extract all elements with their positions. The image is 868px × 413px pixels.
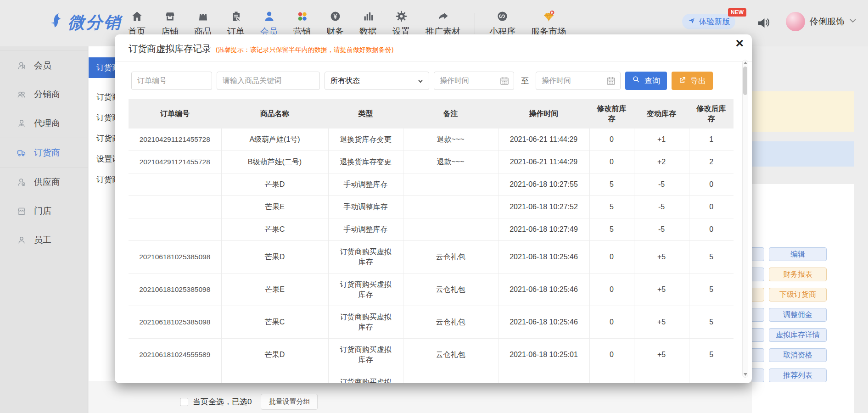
table-row-7: 202106181025385098芒果C订货商购买虚拟库存云仓礼包2021-0…	[129, 306, 734, 339]
rocket-icon	[688, 17, 696, 27]
export-button[interactable]: 导出	[672, 72, 713, 90]
export-icon	[678, 76, 687, 86]
background-right-panel: 详情 编辑财务报表下级订货商调整佣金虚拟库存详情取消资格推荐列表	[752, 46, 868, 413]
cell-order	[129, 218, 221, 241]
nav-item-member[interactable]: 会员	[252, 9, 286, 38]
cell-before: 0	[589, 306, 634, 339]
action-button-4[interactable]: 虚拟库存详情	[769, 328, 827, 342]
date-end-input[interactable]	[536, 72, 621, 90]
settings-icon	[395, 9, 408, 22]
data-icon	[362, 9, 375, 22]
background-bottom-strip: 当页全选，已选0 批量设置分组	[89, 381, 752, 413]
select-all-row: 当页全选，已选0 批量设置分组	[180, 394, 318, 410]
nav-item-miniprogram[interactable]: 小程序	[482, 9, 523, 38]
cell-product: 芒果E	[221, 196, 328, 218]
scroll-up-arrow-icon[interactable]	[744, 61, 747, 64]
cell-time: 2021-06-18 10:25:46	[498, 241, 589, 273]
app-logo[interactable]: 微分销	[47, 11, 122, 34]
cell-order: 202104291121455728	[129, 128, 221, 151]
nav-item-market[interactable]: H服务市场	[523, 9, 574, 38]
table-row-9: 订货商购买虚拟库存	[129, 371, 734, 384]
cell-note: 云仓礼包	[403, 306, 498, 339]
date-end-box	[536, 72, 621, 90]
cell-change: +5	[634, 241, 689, 273]
date-range-separator: 至	[521, 76, 529, 86]
action-button-1[interactable]: 财务报表	[769, 268, 827, 281]
cell-note	[403, 218, 498, 241]
nav-item-finance[interactable]: 财务	[319, 9, 352, 38]
date-start-input[interactable]	[434, 72, 514, 90]
nav-item-store[interactable]: 店铺	[153, 9, 186, 38]
action-button-2[interactable]: 下级订货商	[769, 288, 827, 301]
cell-note: 云仓礼包	[403, 241, 498, 273]
sidebar-item-distributor[interactable]: 分销商	[0, 80, 88, 109]
column-header-2: 类型	[328, 99, 403, 128]
cell-note: 云仓礼包	[403, 273, 498, 306]
announcement-speaker-icon[interactable]	[756, 16, 770, 31]
cell-after	[689, 371, 734, 384]
sidebar-item-label: 员工	[34, 234, 51, 246]
column-header-7: 修改后库存	[689, 99, 734, 128]
sidebar-item-shop[interactable]: 门店	[0, 196, 88, 225]
cell-after: 5	[689, 339, 734, 371]
action-button-6[interactable]: 推荐列表	[769, 368, 827, 382]
sidebar-item-label: 分销商	[34, 89, 60, 100]
modal-header: 订货商虚拟库存记录 (温馨提示：该记录只保留半年内的数据，请提前做好数据备份)	[115, 34, 752, 61]
table-row-4: 芒果C手动调整库存2021-06-18 10:27:495-50	[129, 218, 734, 241]
vendor-icon	[17, 177, 27, 187]
cell-note	[403, 173, 498, 196]
try-new-version-button[interactable]: 体验新版	[682, 14, 735, 29]
cell-before: 5	[589, 218, 634, 241]
nav-item-home[interactable]: 首页	[120, 9, 153, 38]
action-button-5[interactable]: 取消资格	[769, 348, 827, 362]
cell-note	[403, 196, 498, 218]
table-head: 订单编号商品名称类型备注操作时间修改前库存变动库存修改后库存	[129, 99, 734, 128]
column-header-5: 修改前库存	[589, 99, 634, 128]
nav-item-data[interactable]: 数据	[352, 9, 385, 38]
cell-after: 5	[689, 273, 734, 306]
modal-scrollbar[interactable]	[742, 60, 748, 378]
cell-product	[221, 371, 328, 384]
nav-item-promo[interactable]: 推广素材	[418, 9, 468, 38]
cell-before: 0	[589, 339, 634, 371]
finance-icon	[329, 9, 342, 22]
table-row-1: 202104291121455728B级葫芦娃(二号)退换货库存变更退款~~~2…	[129, 151, 734, 173]
order-number-input[interactable]	[131, 72, 212, 90]
cell-order: 202104291121455728	[129, 151, 221, 173]
product-keyword-input[interactable]	[217, 72, 320, 90]
column-header-4: 操作时间	[498, 99, 589, 128]
account-menu[interactable]: 伶俐服饰	[786, 12, 857, 31]
account-name: 伶俐服饰	[810, 16, 845, 28]
status-select-value: 所有状态	[330, 76, 360, 86]
cell-product: B级葫芦娃(二号)	[221, 151, 328, 173]
sidebar-item-member[interactable]: 会员	[0, 50, 88, 80]
scrollbar-thumb[interactable]	[743, 67, 747, 95]
scroll-down-arrow-icon[interactable]	[744, 373, 747, 376]
sidebar-item-staff[interactable]: 员工	[0, 225, 88, 254]
cell-order: 202106181025385098	[129, 273, 221, 306]
sidebar-item-agent[interactable]: 代理商	[0, 109, 88, 138]
action-button-0[interactable]: 编辑	[769, 247, 827, 261]
cell-before: 0	[589, 273, 634, 306]
nav-item-marketing[interactable]: 营销	[286, 9, 319, 38]
batch-set-group-button[interactable]: 批量设置分组	[261, 394, 318, 410]
date-start-box	[434, 72, 514, 90]
action-button-3[interactable]: 调整佣金	[769, 308, 827, 322]
table-row-3: 芒果E手动调整库存2021-06-18 10:27:525-50	[129, 196, 734, 218]
search-button[interactable]: 查询	[625, 72, 667, 90]
records-table-wrap: 订单编号商品名称类型备注操作时间修改前库存变动库存修改后库存 202104291…	[129, 99, 734, 383]
nav-item-goods[interactable]: 商品	[186, 9, 219, 38]
cell-order: 202106181025385098	[129, 306, 221, 339]
cell-product: 芒果D	[221, 241, 328, 273]
select-all-checkbox[interactable]	[180, 398, 188, 406]
nav-item-order[interactable]: 订单	[219, 9, 252, 38]
sidebar-item-label: 订货商	[34, 147, 60, 159]
sidebar-item-supplier[interactable]: 订货商	[0, 138, 88, 167]
cell-type: 手动调整库存	[328, 173, 403, 196]
nav-divider	[475, 13, 475, 34]
table-row-2: 芒果D手动调整库存2021-06-18 10:27:555-50	[129, 173, 734, 196]
status-select[interactable]: 所有状态	[325, 72, 429, 90]
nav-item-settings[interactable]: 设置	[385, 9, 418, 38]
close-icon[interactable]: ×	[735, 36, 744, 50]
sidebar-item-vendor[interactable]: 供应商	[0, 167, 88, 196]
